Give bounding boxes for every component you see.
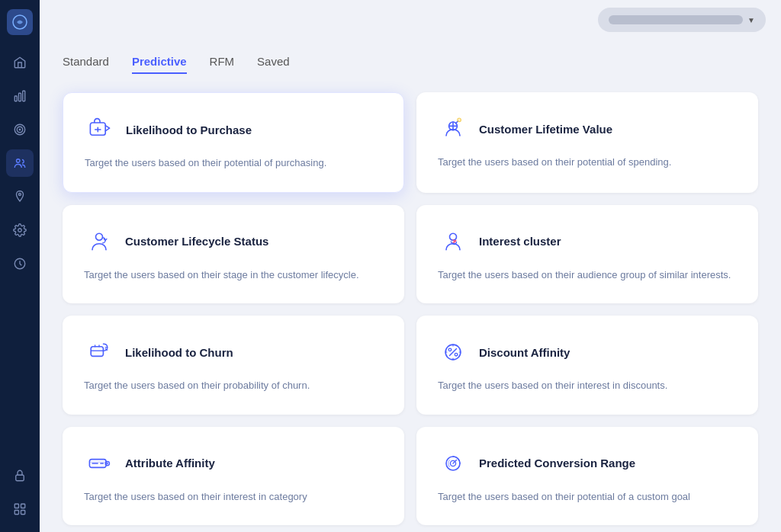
- card-header: Likelihood to Churn: [84, 337, 383, 367]
- card-header: Customer Lifecycle Status: [84, 226, 383, 257]
- conversion-icon: [438, 448, 468, 479]
- card-header: Likelihood to Purchase: [85, 114, 382, 145]
- svg-rect-21: [91, 347, 103, 357]
- sidebar-item-home[interactable]: [6, 49, 34, 76]
- tab-predictive[interactable]: Predictive: [132, 55, 187, 74]
- sidebar: [0, 0, 40, 532]
- card-customer-lifetime-value[interactable]: Customer Lifetime Value Target the users…: [416, 92, 758, 193]
- sidebar-item-settings[interactable]: [6, 216, 34, 244]
- card-attribute-affinity[interactable]: Attribute Affinity Target the users base…: [63, 427, 404, 526]
- card-desc: Target the users based on their audience…: [438, 268, 737, 283]
- sidebar-item-chart[interactable]: [6, 82, 34, 110]
- card-customer-lifecycle-status[interactable]: Customer Lifecycle Status Target the use…: [63, 205, 404, 304]
- svg-rect-14: [14, 511, 18, 514]
- svg-rect-15: [21, 511, 25, 514]
- card-title: Likelihood to Churn: [125, 346, 233, 359]
- dropdown-text: [609, 15, 743, 24]
- sidebar-bottom: [6, 462, 34, 523]
- card-predicted-conversion-range[interactable]: Predicted Conversion Range Target the us…: [416, 427, 758, 526]
- card-desc: Target the users based on their interest…: [84, 489, 383, 505]
- chevron-down-icon: ▼: [747, 16, 755, 24]
- sidebar-item-users[interactable]: [6, 149, 34, 177]
- tab-standard[interactable]: Standard: [63, 55, 109, 74]
- churn-icon: [84, 337, 114, 367]
- svg-rect-1: [14, 96, 17, 101]
- svg-point-23: [448, 348, 452, 351]
- sidebar-logo[interactable]: [7, 9, 33, 35]
- lifetime-icon: [438, 114, 468, 144]
- card-likelihood-purchase[interactable]: Likelihood to Purchase Target the users …: [63, 92, 404, 193]
- svg-rect-3: [23, 91, 25, 101]
- card-likelihood-churn[interactable]: Likelihood to Churn Target the users bas…: [63, 316, 404, 415]
- topbar: ▼: [40, 0, 781, 40]
- svg-rect-13: [21, 504, 25, 508]
- tabs-bar: Standard Predictive RFM Saved: [63, 55, 758, 74]
- card-interest-cluster[interactable]: Interest cluster Target the users based …: [416, 205, 758, 304]
- card-discount-affinity[interactable]: Discount Affinity Target the users based…: [416, 316, 758, 415]
- svg-point-8: [19, 194, 21, 196]
- sidebar-item-grid[interactable]: [6, 495, 34, 523]
- card-desc: Target the users based on their potentia…: [85, 155, 382, 171]
- card-header: Customer Lifetime Value: [438, 114, 737, 144]
- interest-icon: [438, 226, 468, 257]
- svg-point-19: [96, 233, 103, 240]
- card-title: Likelihood to Purchase: [126, 123, 252, 136]
- sidebar-item-location[interactable]: [6, 183, 34, 210]
- cards-grid: Likelihood to Purchase Target the users …: [63, 92, 758, 525]
- main-content: ▼ Standard Predictive RFM Saved: [40, 0, 781, 532]
- sidebar-item-clock[interactable]: [6, 250, 34, 277]
- card-title: Predicted Conversion Range: [479, 457, 635, 470]
- card-header: Interest cluster: [438, 226, 737, 257]
- lifecycle-icon: [84, 226, 114, 257]
- svg-point-6: [19, 129, 21, 130]
- purchase-icon: [85, 114, 115, 145]
- card-title: Discount Affinity: [479, 346, 570, 359]
- tab-rfm[interactable]: RFM: [210, 55, 235, 74]
- discount-icon: [438, 337, 468, 367]
- svg-rect-12: [14, 504, 18, 508]
- card-desc: Target the users based on their potentia…: [438, 155, 737, 170]
- content-area: Standard Predictive RFM Saved: [40, 40, 781, 532]
- card-desc: Target the users based on their potentia…: [438, 489, 737, 505]
- topbar-dropdown[interactable]: ▼: [598, 8, 766, 32]
- svg-rect-2: [19, 93, 21, 101]
- sidebar-item-lock[interactable]: [6, 462, 34, 489]
- card-title: Customer Lifetime Value: [479, 123, 612, 136]
- tab-saved[interactable]: Saved: [257, 55, 290, 74]
- svg-point-7: [17, 159, 21, 163]
- svg-point-9: [18, 229, 22, 232]
- sidebar-item-target[interactable]: [6, 116, 34, 143]
- card-title: Customer Lifecycle Status: [125, 235, 268, 248]
- card-desc: Target the users based on their probabil…: [84, 378, 383, 393]
- card-header: Attribute Affinity: [84, 448, 383, 479]
- card-header: Discount Affinity: [438, 337, 737, 367]
- svg-point-24: [455, 353, 458, 356]
- card-header: Predicted Conversion Range: [438, 448, 737, 479]
- attribute-icon: [84, 448, 114, 479]
- card-title: Attribute Affinity: [125, 457, 215, 470]
- card-title: Interest cluster: [479, 235, 561, 248]
- card-desc: Target the users based on their stage in…: [84, 268, 383, 283]
- card-desc: Target the users based on their interest…: [438, 378, 737, 393]
- svg-rect-11: [16, 475, 24, 481]
